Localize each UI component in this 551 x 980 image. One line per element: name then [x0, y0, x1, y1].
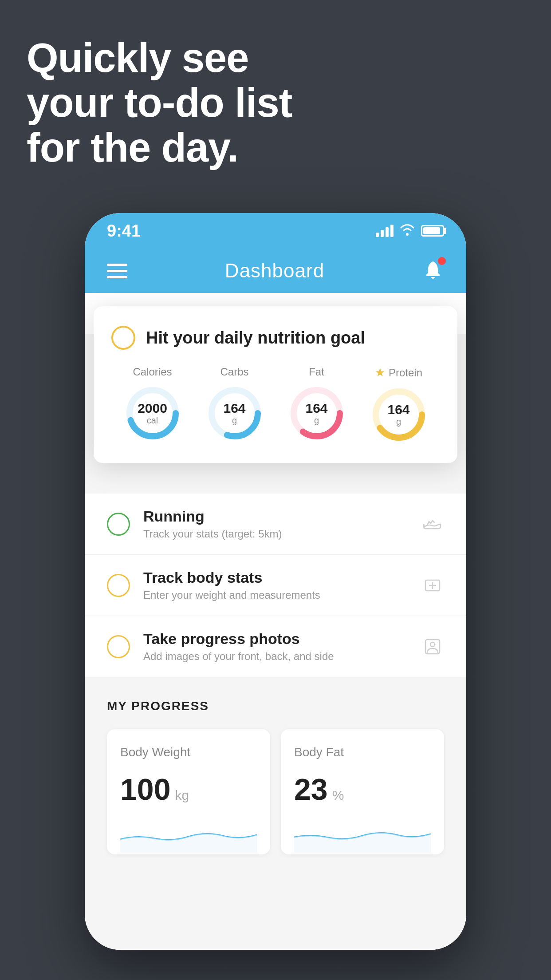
app-background: Quickly see your to-do list for the day.… — [0, 0, 551, 980]
star-icon: ★ — [375, 366, 385, 379]
body-weight-value-row: 100 kg — [120, 772, 257, 806]
hamburger-menu[interactable] — [107, 264, 127, 278]
body-fat-value-row: 23 % — [294, 772, 431, 806]
fat-unit: g — [305, 415, 327, 426]
progress-title: MY PROGRESS — [107, 699, 444, 713]
protein-value: 164 — [387, 402, 409, 417]
body-fat-unit: % — [332, 788, 344, 803]
carbs-unit: g — [223, 415, 245, 426]
task-stats-desc: Enter your weight and measurements — [143, 589, 408, 601]
protein-unit: g — [387, 417, 409, 427]
task-photos[interactable]: Take progress photos Add images of your … — [85, 616, 466, 677]
carbs-label: Carbs — [220, 366, 248, 378]
carbs-donut: 164 g — [206, 384, 264, 442]
stat-carbs: Carbs 164 g — [206, 366, 264, 442]
task-running-circle — [107, 513, 130, 536]
main-content: THINGS TO DO TODAY Hit your daily nutrit… — [85, 293, 466, 950]
scale-icon — [421, 574, 444, 597]
body-fat-value: 23 — [294, 772, 328, 806]
body-weight-value: 100 — [120, 772, 170, 806]
calories-donut: 2000 cal — [124, 384, 181, 442]
phone-shell: 9:41 — [85, 213, 466, 950]
task-photos-circle — [107, 635, 130, 658]
hero-title: Quickly see your to-do list for the day. — [27, 36, 524, 170]
calories-label: Calories — [133, 366, 172, 378]
body-weight-card[interactable]: Body Weight 100 kg — [107, 729, 270, 854]
nutrition-card-header: Hit your daily nutrition goal — [111, 326, 440, 350]
notification-dot — [438, 257, 446, 265]
body-fat-card[interactable]: Body Fat 23 % — [281, 729, 444, 854]
shoe-icon — [421, 513, 444, 536]
task-running-desc: Track your stats (target: 5km) — [143, 528, 408, 540]
svg-point-12 — [430, 642, 435, 647]
protein-donut: 164 g — [370, 386, 428, 443]
fat-value: 164 — [305, 401, 327, 415]
body-weight-chart — [120, 817, 257, 853]
nutrition-card[interactable]: Hit your daily nutrition goal Calories — [94, 306, 457, 463]
body-weight-title: Body Weight — [120, 745, 257, 759]
fat-label: Fat — [309, 366, 324, 378]
fat-donut: 164 g — [288, 384, 346, 442]
bell-container[interactable] — [422, 259, 444, 283]
header-title: Dashboard — [225, 260, 324, 282]
task-stats-text: Track body stats Enter your weight and m… — [143, 569, 408, 601]
signal-icon — [376, 225, 394, 237]
stat-fat: Fat 164 g — [288, 366, 346, 442]
person-icon — [421, 635, 444, 658]
app-header: Dashboard — [85, 249, 466, 293]
stat-calories: Calories 2000 cal — [124, 366, 181, 442]
task-running-name: Running — [143, 508, 408, 525]
status-time: 9:41 — [107, 221, 141, 241]
stat-protein: ★ Protein 164 g — [370, 366, 428, 443]
progress-cards: Body Weight 100 kg B — [107, 729, 444, 854]
wifi-icon — [400, 223, 415, 239]
carbs-value: 164 — [223, 401, 245, 415]
nutrition-stats: Calories 2000 cal — [111, 366, 440, 443]
body-fat-title: Body Fat — [294, 745, 431, 759]
calories-value: 2000 — [138, 401, 167, 415]
task-list: Running Track your stats (target: 5km) — [85, 494, 466, 677]
task-stats-circle — [107, 574, 130, 597]
task-photos-name: Take progress photos — [143, 630, 408, 648]
body-fat-chart — [294, 817, 431, 853]
task-body-stats[interactable]: Track body stats Enter your weight and m… — [85, 555, 466, 616]
phone-container: 9:41 — [85, 213, 466, 950]
hero-section: Quickly see your to-do list for the day. — [27, 36, 524, 170]
calories-unit: cal — [138, 415, 167, 426]
battery-icon — [421, 225, 444, 237]
protein-label: ★ Protein — [375, 366, 422, 379]
body-weight-unit: kg — [175, 788, 189, 803]
task-running[interactable]: Running Track your stats (target: 5km) — [85, 494, 466, 555]
status-icons — [376, 223, 444, 239]
progress-section: MY PROGRESS Body Weight 100 kg — [85, 677, 466, 877]
nutrition-radio-circle — [111, 326, 135, 350]
task-photos-desc: Add images of your front, back, and side — [143, 650, 408, 663]
task-photos-text: Take progress photos Add images of your … — [143, 630, 408, 663]
nutrition-card-title: Hit your daily nutrition goal — [146, 328, 365, 348]
task-running-text: Running Track your stats (target: 5km) — [143, 508, 408, 540]
status-bar: 9:41 — [85, 213, 466, 249]
task-stats-name: Track body stats — [143, 569, 408, 586]
